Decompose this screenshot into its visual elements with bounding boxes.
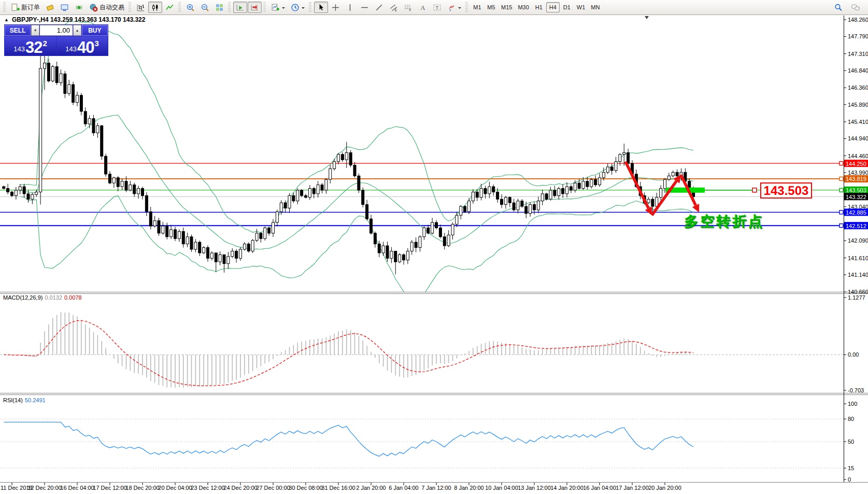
buy-price-big: 40 [77, 40, 94, 55]
svg-text:142.885: 142.885 [846, 209, 866, 216]
chat-button[interactable] [848, 2, 863, 13]
tile-windows-button[interactable] [212, 2, 226, 13]
svg-text:0: 0 [848, 476, 851, 483]
annotation-text: 多空转折点 [684, 212, 764, 231]
fibonacci-icon: F [404, 3, 412, 12]
svg-text:100: 100 [848, 401, 857, 407]
timeframe-H1[interactable]: H1 [532, 2, 546, 12]
collapse-arrow-icon[interactable]: ▲ [4, 17, 9, 22]
svg-text:7 Jan 12:00: 7 Jan 12:00 [421, 485, 451, 491]
zoom-in-button[interactable] [183, 2, 197, 13]
rsi-label: RSI(14)50.2491 [3, 397, 46, 403]
buy-button[interactable]: BUY [82, 25, 108, 36]
toolbar-grip[interactable] [465, 2, 468, 12]
zoom-out-icon [201, 3, 209, 12]
toolbar-grip[interactable] [263, 2, 266, 12]
zoom-out-button[interactable] [198, 2, 212, 13]
toolbar-grip[interactable] [309, 2, 311, 12]
profile-icon [46, 3, 54, 12]
svg-text:142.090: 142.090 [848, 237, 868, 244]
svg-text:144.250: 144.250 [846, 161, 866, 167]
timeframe-M30[interactable]: M30 [515, 2, 531, 12]
new-order-icon [11, 3, 20, 12]
label-icon: T [433, 3, 442, 12]
crosshair-tool-button[interactable] [329, 2, 343, 13]
text-tool-button[interactable]: A [416, 2, 430, 13]
sell-price-prefix: 143 [13, 45, 25, 53]
auto-scroll-button[interactable] [233, 2, 247, 13]
label-tool-button[interactable]: T [430, 2, 444, 13]
svg-text:145.410: 145.410 [848, 119, 868, 125]
toolbar-grip[interactable] [228, 2, 231, 12]
svg-text:12 Dec 20:00: 12 Dec 20:00 [27, 485, 61, 491]
svg-text:13 Jan 12:00: 13 Jan 12:00 [518, 485, 551, 491]
market-watch-button[interactable] [58, 2, 72, 13]
arrows-tool-button[interactable] [445, 2, 464, 13]
zoom-in-icon [186, 3, 195, 12]
dropdown-caret [302, 7, 305, 10]
timeframe-W1[interactable]: W1 [574, 2, 588, 12]
svg-text:147.310: 147.310 [848, 51, 868, 57]
svg-text:16 Jan 04:00: 16 Jan 04:00 [583, 485, 616, 491]
horizontal-line-tool-button[interactable] [358, 2, 372, 13]
period-clock-button[interactable] [288, 2, 307, 13]
signals-button[interactable] [72, 2, 86, 13]
search-button[interactable] [831, 2, 845, 13]
candlestick-chart-button[interactable] [148, 2, 162, 13]
add-indicator-icon [271, 3, 280, 12]
fibonacci-tool-button[interactable]: F [401, 2, 415, 13]
bar-chart-button[interactable] [134, 2, 148, 13]
timeframe-M5[interactable]: M5 [485, 2, 498, 12]
autotrade-button[interactable]: 自动交易 [87, 2, 127, 13]
toolbar-grip[interactable] [129, 2, 131, 12]
line-chart-button[interactable] [163, 2, 177, 13]
svg-text:80: 80 [848, 416, 854, 422]
line-chart-icon [165, 3, 174, 12]
svg-text:143.990: 143.990 [848, 170, 868, 176]
timeframe-M1[interactable]: M1 [471, 2, 484, 12]
svg-text:50: 50 [848, 439, 854, 445]
add-indicator-button[interactable] [268, 2, 288, 13]
vertical-line-tool-button[interactable] [343, 2, 357, 13]
macd-value-main: 0.0132 [45, 294, 62, 301]
trendline-tool-button[interactable] [372, 2, 386, 13]
svg-text:E: E [395, 8, 397, 11]
timeframe-D1[interactable]: D1 [560, 2, 574, 12]
profile-button[interactable] [43, 2, 57, 13]
timeframe-MN[interactable]: MN [588, 2, 602, 12]
chart-shift-button[interactable] [248, 2, 262, 13]
timeframe-M15[interactable]: M15 [499, 2, 515, 12]
autotrade-label: 自动交易 [99, 3, 124, 12]
sell-price-button[interactable]: 143322 [5, 36, 56, 55]
svg-text:145.890: 145.890 [848, 102, 868, 108]
volume-increase-button[interactable]: ▲ [73, 25, 81, 36]
timeframe-H4[interactable]: H4 [546, 2, 560, 12]
svg-text:2 Jan 20:00: 2 Jan 20:00 [356, 485, 386, 491]
svg-text:T: T [436, 5, 439, 10]
chart-canvas[interactable]: 148.260147.790147.310146.840146.360145.8… [0, 0, 868, 494]
svg-text:144.940: 144.940 [848, 135, 868, 142]
volume-input[interactable] [40, 25, 73, 36]
dropdown-caret [458, 7, 461, 10]
market-watch-icon [60, 3, 69, 12]
svg-text:142.512: 142.512 [846, 223, 866, 229]
crosshair-icon [331, 3, 340, 12]
new-order-button[interactable]: 新订单 [8, 2, 42, 13]
svg-text:147.790: 147.790 [848, 33, 868, 39]
dropdown-caret [282, 7, 285, 10]
bar-chart-icon [136, 3, 145, 12]
svg-text:-0.703: -0.703 [848, 387, 864, 393]
buy-price-button[interactable]: 143403 [56, 36, 108, 55]
sell-button[interactable]: SELL [5, 25, 31, 36]
sell-price-sup: 2 [42, 39, 47, 48]
candlestick-chart-icon [151, 3, 160, 12]
channel-tool-button[interactable]: E [387, 2, 401, 13]
toolbar: 新订单 自动交易 [0, 0, 868, 15]
chart-shift-icon [250, 3, 259, 12]
svg-text:A: A [420, 4, 425, 11]
cursor-tool-button[interactable] [314, 2, 328, 13]
volume-decrease-button[interactable]: ▼ [31, 25, 39, 36]
toolbar-grip[interactable] [178, 2, 181, 12]
toolbar-grip[interactable] [3, 2, 6, 12]
svg-text:141.140: 141.140 [848, 272, 868, 278]
